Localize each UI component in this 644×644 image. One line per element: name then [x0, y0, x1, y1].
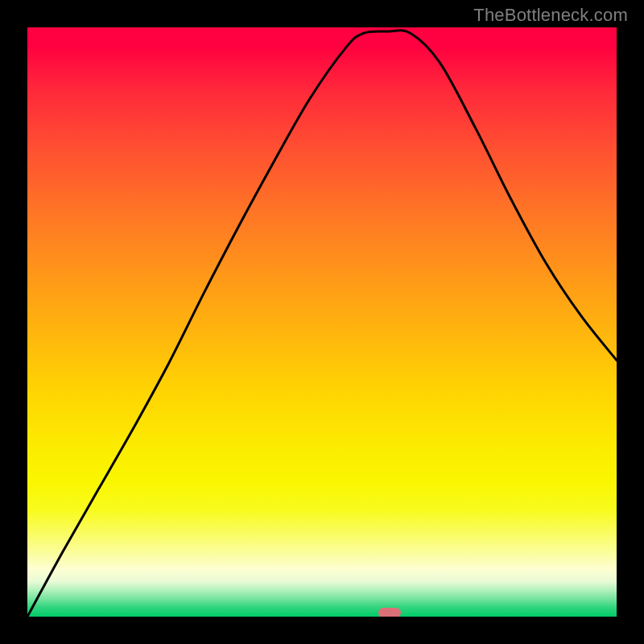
- optimal-marker: [378, 608, 401, 617]
- plot-area: [27, 27, 617, 617]
- chart-frame: TheBottleneck.com: [0, 0, 644, 644]
- watermark-text: TheBottleneck.com: [473, 5, 628, 26]
- bottleneck-curve: [27, 27, 617, 617]
- curve-path: [27, 31, 617, 617]
